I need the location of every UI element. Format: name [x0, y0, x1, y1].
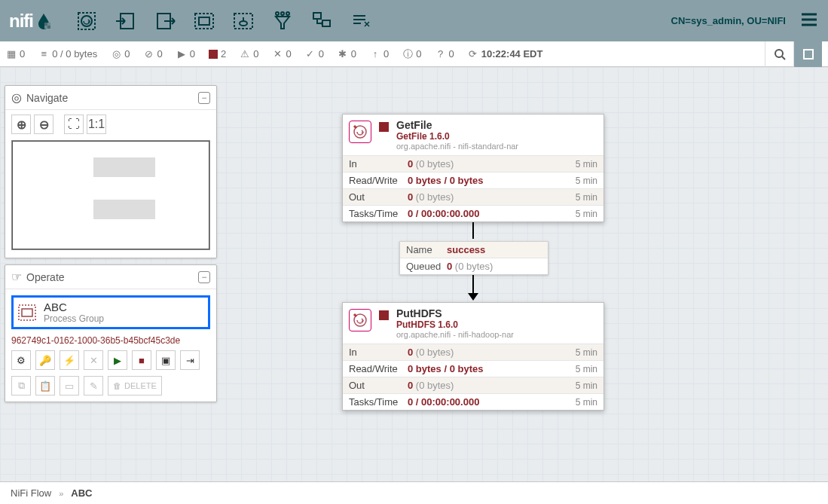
stopped-status-icon: [379, 122, 389, 132]
copy-button: ⧉: [11, 376, 31, 396]
global-menu-icon[interactable]: [799, 10, 819, 32]
stopped-icon: [209, 50, 218, 59]
add-processor-icon[interactable]: [74, 8, 99, 34]
stat-invalid: ⚠0: [240, 48, 258, 60]
svg-rect-13: [322, 20, 330, 26]
connection-label[interactable]: Namesuccess Queued0 (0 bytes): [399, 241, 548, 275]
search-button[interactable]: [765, 41, 793, 67]
configure-button[interactable]: ⚙: [11, 350, 31, 370]
selected-component: ABC Process Group: [11, 295, 210, 329]
add-process-group-icon[interactable]: [191, 8, 217, 34]
flow-canvas[interactable]: ◎ Navigate − ⊕ ⊖ ⛶ 1:1 ☞ Operate −: [0, 67, 828, 481]
stat-transmit-off: ⊘0: [143, 48, 162, 60]
breadcrumb: NiFi Flow » ABC: [0, 481, 828, 504]
processor-icon: [349, 309, 371, 331]
process-group-icon: [17, 302, 38, 323]
hand-icon: ☞: [11, 270, 22, 284]
add-output-port-icon[interactable]: [152, 8, 178, 34]
svg-rect-1: [44, 23, 47, 26]
uptodate-icon: ✓: [305, 49, 316, 60]
policies-button[interactable]: 🔑: [35, 350, 55, 370]
delete-button: 🗑 DELETE: [108, 376, 162, 396]
stale-icon: ↑: [370, 49, 380, 60]
svg-rect-17: [22, 309, 32, 316]
stat-unknown: ?0: [435, 48, 454, 60]
svg-point-11: [286, 12, 289, 15]
add-label-icon[interactable]: [348, 8, 374, 34]
droplet-icon: [35, 12, 53, 30]
selected-type: Process Group: [44, 313, 104, 324]
disabled-icon: ✕: [272, 49, 283, 60]
add-template-icon[interactable]: [309, 8, 335, 34]
selected-uuid: 962749c1-0162-1000-36b5-b45bcf45c3de: [5, 335, 216, 350]
bulletin-button[interactable]: [793, 41, 822, 67]
stop-button[interactable]: ■: [132, 350, 151, 370]
processor-name: GetFile: [396, 119, 518, 131]
stat-groups: ▦0: [6, 48, 25, 60]
component-toolbar: [74, 8, 374, 34]
svg-point-9: [276, 12, 279, 15]
nifi-logo: nifi: [9, 11, 53, 32]
operate-title: Operate: [26, 271, 198, 283]
target-icon: ◎: [11, 90, 22, 105]
operate-actions: ⚙ 🔑 ⚡ ✕ ▶ ■ ▣ ⇥: [5, 350, 216, 376]
group-button: ▭: [60, 376, 79, 396]
processor-icon: [349, 121, 371, 143]
stat-refresh: ⟳10:22:44 EDT: [468, 48, 543, 60]
selected-name: ABC: [44, 301, 104, 313]
stat-uptodate: ✓0: [305, 48, 324, 60]
paste-button: 📋: [35, 376, 55, 396]
stat-syncfail: ⓘ0: [402, 48, 421, 60]
stat-local-mod: ✱0: [338, 48, 356, 60]
disable-button: ✕: [84, 350, 103, 370]
processor-bundle: org.apache.nifi - nifi-hadoop-nar: [396, 330, 514, 339]
collapse-operate-icon[interactable]: −: [198, 271, 210, 283]
svg-rect-7: [199, 17, 209, 25]
flow-status-bar: ▦0 ≡0 / 0 bytes ◎0 ⊘0 ▶0 2 ⚠0 ✕0 ✓0 ✱0 ↑…: [0, 41, 828, 67]
template-create-button[interactable]: ▣: [156, 350, 176, 370]
navigate-title: Navigate: [26, 92, 198, 104]
svg-rect-2: [47, 26, 50, 29]
top-toolbar: nifi CN=sys_admin, OU=NIFI: [0, 0, 828, 41]
running-icon: ▶: [176, 49, 187, 60]
refresh-icon: ⟳: [468, 49, 478, 60]
zoom-actual-button[interactable]: 1:1: [87, 115, 106, 134]
color-button: ✎: [84, 376, 103, 396]
add-remote-process-group-icon[interactable]: [231, 8, 256, 34]
enable-button: ⚡: [60, 350, 79, 370]
add-funnel-icon[interactable]: [270, 8, 295, 34]
stopped-status-icon: [379, 310, 389, 320]
processor-type: PutHDFS 1.6.0: [396, 319, 514, 330]
transmit-on-icon: ◎: [111, 49, 121, 60]
svg-marker-20: [468, 293, 478, 301]
stat-disabled: ✕0: [272, 48, 291, 60]
processor-type: GetFile 1.6.0: [396, 131, 518, 142]
stat-stale: ↑0: [370, 48, 389, 60]
processor-getfile[interactable]: GetFile GetFile 1.6.0 org.apache.nifi - …: [342, 114, 604, 222]
svg-point-10: [281, 12, 284, 15]
current-user: CN=sys_admin, OU=NIFI: [671, 15, 786, 26]
transmit-off-icon: ⊘: [143, 49, 154, 60]
collapse-navigate-icon[interactable]: −: [198, 92, 210, 104]
breadcrumb-current: ABC: [71, 487, 92, 499]
local-mod-icon: ✱: [338, 49, 348, 60]
svg-point-14: [775, 50, 783, 57]
stat-queue: ≡0 / 0 bytes: [38, 48, 97, 60]
stat-transmit-on: ◎0: [111, 48, 130, 60]
stat-running: ▶0: [176, 48, 195, 60]
add-input-port-icon[interactable]: [113, 8, 139, 34]
minimap[interactable]: [11, 140, 210, 250]
operate-panel: ☞ Operate − ABC Process Group 962749c1-0…: [5, 264, 217, 402]
navigate-panel: ◎ Navigate − ⊕ ⊖ ⛶ 1:1: [5, 85, 217, 258]
svg-rect-15: [804, 50, 813, 59]
zoom-fit-button[interactable]: ⛶: [64, 115, 84, 134]
template-upload-button[interactable]: ⇥: [180, 350, 200, 370]
svg-rect-6: [195, 14, 213, 29]
start-button[interactable]: ▶: [108, 350, 127, 370]
zoom-out-button[interactable]: ⊖: [34, 115, 53, 134]
processor-puthdfs[interactable]: PutHDFS PutHDFS 1.6.0 org.apache.nifi - …: [342, 302, 604, 411]
processor-bundle: org.apache.nifi - nifi-standard-nar: [396, 142, 518, 151]
syncfail-icon: ⓘ: [402, 49, 413, 60]
breadcrumb-root[interactable]: NiFi Flow: [11, 487, 51, 499]
zoom-in-button[interactable]: ⊕: [11, 115, 31, 134]
